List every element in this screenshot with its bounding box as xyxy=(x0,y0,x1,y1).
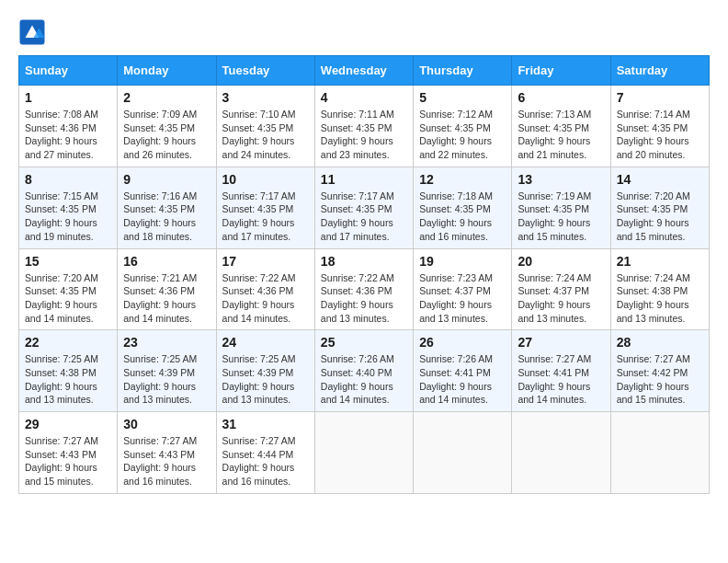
calendar-week-row: 1Sunrise: 7:08 AM Sunset: 4:36 PM Daylig… xyxy=(19,86,710,167)
calendar-day-cell: 18Sunrise: 7:22 AM Sunset: 4:36 PM Dayli… xyxy=(314,248,413,330)
day-number: 21 xyxy=(617,254,703,269)
day-number: 31 xyxy=(222,417,309,431)
day-number: 7 xyxy=(617,90,703,105)
day-number: 15 xyxy=(25,254,111,269)
calendar-day-cell: 3Sunrise: 7:10 AM Sunset: 4:35 PM Daylig… xyxy=(216,86,314,167)
day-number: 25 xyxy=(321,335,407,350)
calendar-day-cell: 15Sunrise: 7:20 AM Sunset: 4:35 PM Dayli… xyxy=(19,248,118,330)
day-number: 10 xyxy=(222,172,309,187)
calendar-day-cell: 16Sunrise: 7:21 AM Sunset: 4:36 PM Dayli… xyxy=(118,248,216,330)
calendar-body: 1Sunrise: 7:08 AM Sunset: 4:36 PM Daylig… xyxy=(19,86,710,494)
calendar-week-row: 29Sunrise: 7:27 AM Sunset: 4:43 PM Dayli… xyxy=(19,412,710,494)
day-info: Sunrise: 7:14 AM Sunset: 4:35 PM Dayligh… xyxy=(617,108,703,162)
day-info: Sunrise: 7:15 AM Sunset: 4:35 PM Dayligh… xyxy=(25,190,111,244)
calendar-day-cell xyxy=(610,412,709,494)
day-number: 19 xyxy=(419,254,506,269)
calendar-day-cell xyxy=(414,412,512,494)
day-info: Sunrise: 7:24 AM Sunset: 4:37 PM Dayligh… xyxy=(518,271,604,326)
day-info: Sunrise: 7:26 AM Sunset: 4:41 PM Dayligh… xyxy=(419,352,506,407)
day-number: 9 xyxy=(123,172,210,187)
calendar-day-cell: 25Sunrise: 7:26 AM Sunset: 4:40 PM Dayli… xyxy=(314,330,413,412)
day-info: Sunrise: 7:12 AM Sunset: 4:35 PM Dayligh… xyxy=(419,108,506,162)
day-info: Sunrise: 7:17 AM Sunset: 4:35 PM Dayligh… xyxy=(222,190,309,244)
day-number: 28 xyxy=(617,335,703,350)
calendar-day-cell: 8Sunrise: 7:15 AM Sunset: 4:35 PM Daylig… xyxy=(19,167,118,248)
day-number: 22 xyxy=(25,335,111,350)
calendar-table: SundayMondayTuesdayWednesdayThursdayFrid… xyxy=(18,55,710,494)
day-info: Sunrise: 7:19 AM Sunset: 4:35 PM Dayligh… xyxy=(518,190,604,244)
calendar-day-cell: 23Sunrise: 7:25 AM Sunset: 4:39 PM Dayli… xyxy=(118,330,216,412)
day-info: Sunrise: 7:25 AM Sunset: 4:39 PM Dayligh… xyxy=(222,352,309,407)
day-number: 18 xyxy=(321,254,407,269)
calendar-week-row: 8Sunrise: 7:15 AM Sunset: 4:35 PM Daylig… xyxy=(19,167,710,248)
day-number: 2 xyxy=(123,90,210,105)
calendar-day-cell: 12Sunrise: 7:18 AM Sunset: 4:35 PM Dayli… xyxy=(414,167,512,248)
day-info: Sunrise: 7:18 AM Sunset: 4:35 PM Dayligh… xyxy=(419,190,506,244)
calendar-day-cell: 20Sunrise: 7:24 AM Sunset: 4:37 PM Dayli… xyxy=(512,248,610,330)
day-number: 27 xyxy=(518,335,604,350)
day-info: Sunrise: 7:11 AM Sunset: 4:35 PM Dayligh… xyxy=(321,108,407,162)
logo-icon xyxy=(18,18,46,46)
day-number: 1 xyxy=(25,90,111,105)
day-of-week-header: Friday xyxy=(512,56,610,86)
calendar-week-row: 22Sunrise: 7:25 AM Sunset: 4:38 PM Dayli… xyxy=(19,330,710,412)
day-info: Sunrise: 7:22 AM Sunset: 4:36 PM Dayligh… xyxy=(222,271,309,326)
day-info: Sunrise: 7:08 AM Sunset: 4:36 PM Dayligh… xyxy=(25,108,111,162)
day-of-week-header: Sunday xyxy=(19,56,118,86)
calendar-day-cell: 9Sunrise: 7:16 AM Sunset: 4:35 PM Daylig… xyxy=(118,167,216,248)
day-of-week-header: Saturday xyxy=(610,56,709,86)
day-number: 8 xyxy=(25,172,111,187)
day-number: 5 xyxy=(419,90,506,105)
day-info: Sunrise: 7:26 AM Sunset: 4:40 PM Dayligh… xyxy=(321,352,407,407)
calendar-day-cell: 5Sunrise: 7:12 AM Sunset: 4:35 PM Daylig… xyxy=(414,86,512,167)
day-info: Sunrise: 7:25 AM Sunset: 4:39 PM Dayligh… xyxy=(123,352,210,407)
calendar-day-cell: 28Sunrise: 7:27 AM Sunset: 4:42 PM Dayli… xyxy=(610,330,709,412)
calendar-day-cell xyxy=(512,412,610,494)
calendar-day-cell: 2Sunrise: 7:09 AM Sunset: 4:35 PM Daylig… xyxy=(118,86,216,167)
calendar-day-cell: 19Sunrise: 7:23 AM Sunset: 4:37 PM Dayli… xyxy=(414,248,512,330)
day-number: 3 xyxy=(222,90,309,105)
day-number: 16 xyxy=(123,254,210,269)
calendar-day-cell: 11Sunrise: 7:17 AM Sunset: 4:35 PM Dayli… xyxy=(314,167,413,248)
day-info: Sunrise: 7:27 AM Sunset: 4:41 PM Dayligh… xyxy=(518,352,604,407)
day-number: 26 xyxy=(419,335,506,350)
day-number: 13 xyxy=(518,172,604,187)
logo xyxy=(18,18,50,46)
day-number: 17 xyxy=(222,254,309,269)
day-number: 14 xyxy=(617,172,703,187)
calendar-day-cell: 17Sunrise: 7:22 AM Sunset: 4:36 PM Dayli… xyxy=(216,248,314,330)
day-info: Sunrise: 7:23 AM Sunset: 4:37 PM Dayligh… xyxy=(419,271,506,326)
calendar-day-cell: 31Sunrise: 7:27 AM Sunset: 4:44 PM Dayli… xyxy=(216,412,314,494)
day-info: Sunrise: 7:24 AM Sunset: 4:38 PM Dayligh… xyxy=(617,271,703,326)
calendar-day-cell: 4Sunrise: 7:11 AM Sunset: 4:35 PM Daylig… xyxy=(314,86,413,167)
calendar-day-cell: 14Sunrise: 7:20 AM Sunset: 4:35 PM Dayli… xyxy=(610,167,709,248)
day-number: 12 xyxy=(419,172,506,187)
day-of-week-header: Tuesday xyxy=(216,56,314,86)
day-info: Sunrise: 7:27 AM Sunset: 4:43 PM Dayligh… xyxy=(25,434,111,488)
day-of-week-header: Monday xyxy=(118,56,216,86)
calendar-week-row: 15Sunrise: 7:20 AM Sunset: 4:35 PM Dayli… xyxy=(19,248,710,330)
day-number: 20 xyxy=(518,254,604,269)
calendar-day-cell: 29Sunrise: 7:27 AM Sunset: 4:43 PM Dayli… xyxy=(19,412,118,494)
day-info: Sunrise: 7:09 AM Sunset: 4:35 PM Dayligh… xyxy=(123,108,210,162)
day-info: Sunrise: 7:13 AM Sunset: 4:35 PM Dayligh… xyxy=(518,108,604,162)
day-info: Sunrise: 7:27 AM Sunset: 4:44 PM Dayligh… xyxy=(222,434,309,488)
calendar-day-cell: 21Sunrise: 7:24 AM Sunset: 4:38 PM Dayli… xyxy=(610,248,709,330)
day-info: Sunrise: 7:20 AM Sunset: 4:35 PM Dayligh… xyxy=(617,190,703,244)
calendar-day-cell: 10Sunrise: 7:17 AM Sunset: 4:35 PM Dayli… xyxy=(216,167,314,248)
day-info: Sunrise: 7:17 AM Sunset: 4:35 PM Dayligh… xyxy=(321,190,407,244)
day-number: 4 xyxy=(321,90,407,105)
calendar-day-cell: 27Sunrise: 7:27 AM Sunset: 4:41 PM Dayli… xyxy=(512,330,610,412)
day-info: Sunrise: 7:25 AM Sunset: 4:38 PM Dayligh… xyxy=(25,352,111,407)
day-number: 6 xyxy=(518,90,604,105)
day-info: Sunrise: 7:22 AM Sunset: 4:36 PM Dayligh… xyxy=(321,271,407,326)
calendar-day-cell: 30Sunrise: 7:27 AM Sunset: 4:43 PM Dayli… xyxy=(118,412,216,494)
day-of-week-header: Wednesday xyxy=(314,56,413,86)
day-number: 11 xyxy=(321,172,407,187)
day-info: Sunrise: 7:21 AM Sunset: 4:36 PM Dayligh… xyxy=(123,271,210,326)
calendar-day-cell: 13Sunrise: 7:19 AM Sunset: 4:35 PM Dayli… xyxy=(512,167,610,248)
day-info: Sunrise: 7:27 AM Sunset: 4:42 PM Dayligh… xyxy=(617,352,703,407)
day-number: 30 xyxy=(123,417,210,431)
calendar-day-cell: 26Sunrise: 7:26 AM Sunset: 4:41 PM Dayli… xyxy=(414,330,512,412)
day-number: 24 xyxy=(222,335,309,350)
